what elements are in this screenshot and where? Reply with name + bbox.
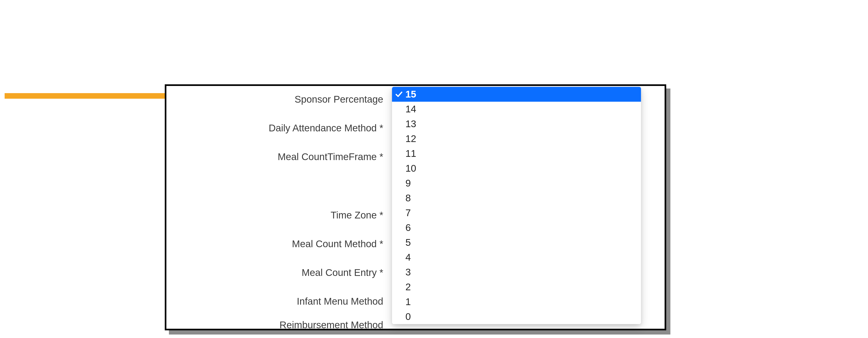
dropdown-option[interactable]: 11 bbox=[392, 146, 641, 161]
dropdown-option[interactable]: 3 bbox=[392, 265, 641, 280]
dropdown-option-label: 12 bbox=[405, 134, 416, 144]
dropdown-option-label: 11 bbox=[405, 149, 416, 159]
dropdown-option[interactable]: 13 bbox=[392, 116, 641, 131]
dropdown-option-label: 15 bbox=[405, 89, 416, 99]
dropdown-option[interactable]: 4 bbox=[392, 250, 641, 265]
screenshot-canvas: Sponsor Percentage Daily Attendance Meth… bbox=[0, 0, 868, 338]
dropdown-option[interactable]: 14 bbox=[392, 102, 641, 116]
dropdown-option-label: 6 bbox=[405, 223, 411, 233]
dropdown-option-label: 3 bbox=[405, 267, 411, 277]
dropdown-option[interactable]: 12 bbox=[392, 131, 641, 146]
label-meal-count-entry: Meal Count Entry * bbox=[172, 267, 387, 278]
label-meal-count-method: Meal Count Method * bbox=[172, 238, 387, 250]
dropdown-option[interactable]: 9 bbox=[392, 176, 641, 191]
dropdown-option-label: 0 bbox=[405, 312, 411, 321]
label-reimbursement-method: Reimbursement Method bbox=[172, 319, 387, 331]
settings-form-card: Sponsor Percentage Daily Attendance Meth… bbox=[165, 84, 666, 330]
dropdown-option-label: 8 bbox=[405, 193, 411, 203]
dropdown-option[interactable]: 8 bbox=[392, 191, 641, 205]
dropdown-option-label: 5 bbox=[405, 238, 411, 247]
dropdown-option[interactable]: 6 bbox=[392, 220, 641, 235]
check-icon bbox=[395, 90, 403, 98]
dropdown-option[interactable]: 2 bbox=[392, 280, 641, 294]
dropdown-option[interactable]: 0 bbox=[392, 309, 641, 324]
dropdown-option[interactable]: 15 bbox=[392, 87, 641, 102]
sponsor-percentage-dropdown[interactable]: 1514131211109876543210 bbox=[392, 87, 641, 324]
dropdown-option-label: 9 bbox=[405, 178, 411, 188]
label-infant-menu-method: Infant Menu Method bbox=[172, 296, 387, 307]
dropdown-option-label: 1 bbox=[405, 297, 411, 307]
dropdown-option-label: 10 bbox=[405, 164, 416, 173]
dropdown-option-label: 14 bbox=[405, 104, 416, 114]
dropdown-option[interactable]: 1 bbox=[392, 294, 641, 309]
label-sponsor-percentage: Sponsor Percentage bbox=[172, 94, 387, 105]
label-daily-attendance-method: Daily Attendance Method * bbox=[172, 122, 387, 134]
label-time-zone: Time Zone * bbox=[172, 210, 387, 221]
dropdown-option-label: 4 bbox=[405, 253, 411, 262]
label-meal-count-timeframe: Meal CountTimeFrame * bbox=[172, 151, 387, 162]
dropdown-option[interactable]: 10 bbox=[392, 161, 641, 176]
dropdown-option-label: 7 bbox=[405, 208, 411, 218]
dropdown-option[interactable]: 5 bbox=[392, 235, 641, 250]
form-label-column: Sponsor Percentage Daily Attendance Meth… bbox=[166, 86, 387, 329]
dropdown-option-label: 2 bbox=[405, 282, 411, 292]
dropdown-option[interactable]: 7 bbox=[392, 205, 641, 220]
dropdown-option-label: 13 bbox=[405, 119, 416, 129]
